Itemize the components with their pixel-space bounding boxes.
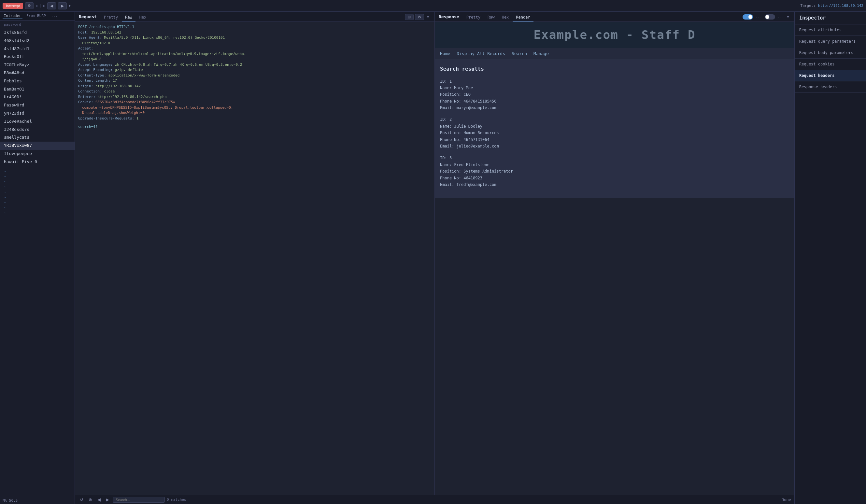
matches-label: 0 matches: [167, 497, 186, 502]
site-nav-manage[interactable]: Manage: [533, 51, 549, 57]
req-acceptlang: Accept-Language: zh-CN,zh;q=0.8,zh-TW;q=…: [78, 62, 431, 68]
tab-raw[interactable]: Raw: [122, 14, 135, 22]
tab-response-pretty[interactable]: Pretty: [463, 14, 484, 22]
req-useragent: User-Agent: Mozilla/5.0 (X11; Linux x86_…: [78, 35, 431, 41]
result-pos-3: Position: Systems Administrator: [440, 168, 789, 175]
inspector-section-label-body-params: Request body parameters: [799, 51, 853, 55]
top-bar: Intercept ⚙ ◀ | ▶ ◀ ▶ ▶ Target: http://1…: [0, 0, 866, 12]
request-action-menu[interactable]: ≡: [425, 14, 431, 20]
list-item[interactable]: UrAG0D!: [0, 93, 75, 101]
response-panel: Response Pretty Raw Hex Render ... ...: [435, 12, 795, 495]
result-phone-2: Phone No: 46457131064: [440, 136, 789, 143]
list-item[interactable]: Ilovepeepee: [0, 150, 75, 158]
site-nav-records[interactable]: Display All Records: [457, 51, 505, 57]
request-action-wrap[interactable]: W: [415, 14, 424, 20]
toggle-label-2: ...: [778, 15, 784, 19]
inspector-panel: Inspector Request attributes Request que…: [795, 12, 866, 504]
toggle-switch-2[interactable]: [765, 14, 775, 20]
nav-separator: ◀ | ▶: [35, 4, 45, 8]
nav-forward-button[interactable]: ▶: [58, 2, 67, 9]
sidebar-tab-intruder[interactable]: Intruder: [3, 13, 22, 19]
list-item[interactable]: 468sfdfsd2: [0, 37, 75, 45]
result-item-2: ID: 2 Name: Julie Dooley Position: Human…: [440, 116, 789, 149]
req-res-split: Request Pretty Raw Hex ⊞ W ≡ POST /resul…: [75, 12, 795, 495]
site-header: Example.com - Staff D: [435, 22, 795, 48]
list-item[interactable]: 3248dsds7s: [0, 126, 75, 134]
bottom-icon-search[interactable]: ⊕: [87, 496, 94, 503]
sidebar-bottom: N% 50.5: [0, 497, 75, 504]
forward-button-extra: ▶: [69, 3, 71, 8]
list-item[interactable]: RocksOff: [0, 53, 75, 61]
inspector-section-label-cookies: Request cookies: [799, 62, 834, 66]
list-item[interactable]: Hawaii-Five-0: [0, 158, 75, 166]
response-action-menu[interactable]: ≡: [785, 14, 790, 20]
intercept-button[interactable]: Intercept: [3, 3, 23, 9]
bottom-icon-loop[interactable]: ↺: [78, 496, 85, 503]
result-phone-1: Phone No: 46478415185456: [440, 98, 789, 104]
req-connection: Connection: close: [78, 89, 431, 94]
response-panel-title: Response: [439, 14, 459, 21]
tab-pretty[interactable]: Pretty: [101, 14, 121, 22]
list-item[interactable]: 3kfs86sfd: [0, 29, 75, 37]
inspector-section-res-headers[interactable]: Response headers: [795, 81, 866, 93]
search-input[interactable]: [113, 497, 165, 503]
result-name-1: Name: Mary Moe: [440, 85, 789, 91]
sidebar-header: Intruder From BURP ...: [0, 12, 75, 21]
inspector-section-body-params[interactable]: Request body parameters: [795, 47, 866, 59]
inspector-section-label-res-headers: Response headers: [799, 85, 837, 89]
result-name-3: Name: Fred Flintstone: [440, 161, 789, 168]
list-item[interactable]: B8m#48sd: [0, 69, 75, 77]
tilde-line: ~: [0, 200, 75, 205]
tab-response-render[interactable]: Render: [513, 14, 533, 22]
inspector-section-label-req-headers: Request headers: [799, 73, 834, 78]
top-bar-right: Target: http://192.168.80.142: [801, 3, 863, 8]
req-acceptenc: Accept-Encoding: gzip, deflate: [78, 67, 431, 73]
list-item[interactable]: Pebbles: [0, 77, 75, 85]
req-cookie: Cookie: SESSID=c3d3f4caamde7f8090e42ff77…: [78, 100, 431, 105]
result-item-1: ID: 1 Name: Mary Moe Position: CEO Phone…: [440, 78, 789, 111]
sidebar-tab-more[interactable]: ...: [50, 13, 59, 19]
target-label: Target:: [801, 3, 815, 8]
inspector-section-request-attrs[interactable]: Request attributes: [795, 24, 866, 36]
site-nav-home[interactable]: Home: [440, 51, 450, 57]
list-item[interactable]: yN72#dsd: [0, 109, 75, 117]
tilde-line: ~: [0, 184, 75, 190]
sidebar-tab-burp[interactable]: From BURP: [25, 13, 47, 19]
req-accept-val: text/html,application/xhtml+xml,applicat…: [78, 52, 431, 57]
req-referer: Referer: http://192.168.80.142/search.ph…: [78, 94, 431, 100]
inspector-section-query-params[interactable]: Request query parameters: [795, 36, 866, 47]
request-panel-title: Request: [79, 14, 97, 21]
request-panel-header: Request Pretty Raw Hex ⊞ W ≡: [75, 12, 434, 22]
settings-icon-button[interactable]: ⚙: [25, 2, 34, 9]
bottom-icon-prev[interactable]: ◀: [96, 496, 102, 503]
list-item[interactable]: ILoveRachel: [0, 117, 75, 126]
result-email-3: Email: fredf@example.com: [440, 181, 789, 188]
search-results-title: Search results: [440, 65, 789, 73]
toggle-switch-1[interactable]: [743, 14, 753, 20]
list-item[interactable]: BamBam01: [0, 85, 75, 93]
site-content: Search results ID: 1 Name: Mary Moe Posi…: [435, 60, 795, 199]
nav-back-button[interactable]: ◀: [47, 2, 56, 9]
tilde-line: ~: [0, 169, 75, 174]
list-item[interactable]: 4sfd87sfd1: [0, 45, 75, 53]
tab-hex[interactable]: Hex: [136, 14, 150, 22]
toggle-group: ... ...: [743, 14, 784, 20]
tab-response-hex[interactable]: Hex: [499, 14, 512, 22]
list-item[interactable]: Passw0rd: [0, 101, 75, 109]
list-item-selected[interactable]: YR3BVxxxw87: [0, 142, 75, 150]
tilde-line: ~: [0, 190, 75, 195]
site-nav-search[interactable]: Search: [512, 51, 527, 57]
sidebar-status: N% 50.5: [3, 499, 18, 503]
req-upgrade: Upgrade-Insecure-Requests: 1: [78, 116, 431, 121]
list-item[interactable]: TC&TheBoyz: [0, 61, 75, 69]
target-url: http://192.168.80.142: [818, 3, 863, 8]
list-item[interactable]: smellycats: [0, 134, 75, 142]
result-pos-2: Position: Human Resources: [440, 130, 789, 136]
center-pane: Request Pretty Raw Hex ⊞ W ≡ POST /resul…: [75, 12, 795, 504]
request-action-grid[interactable]: ⊞: [405, 14, 414, 20]
bottom-icon-next[interactable]: ▶: [104, 496, 111, 503]
req-drupal: Drupal.tableDrag.showWeight=0: [78, 110, 431, 116]
inspector-section-req-headers[interactable]: Request headers: [795, 70, 866, 81]
inspector-section-cookies[interactable]: Request cookies: [795, 59, 866, 70]
tab-response-raw[interactable]: Raw: [484, 14, 498, 22]
